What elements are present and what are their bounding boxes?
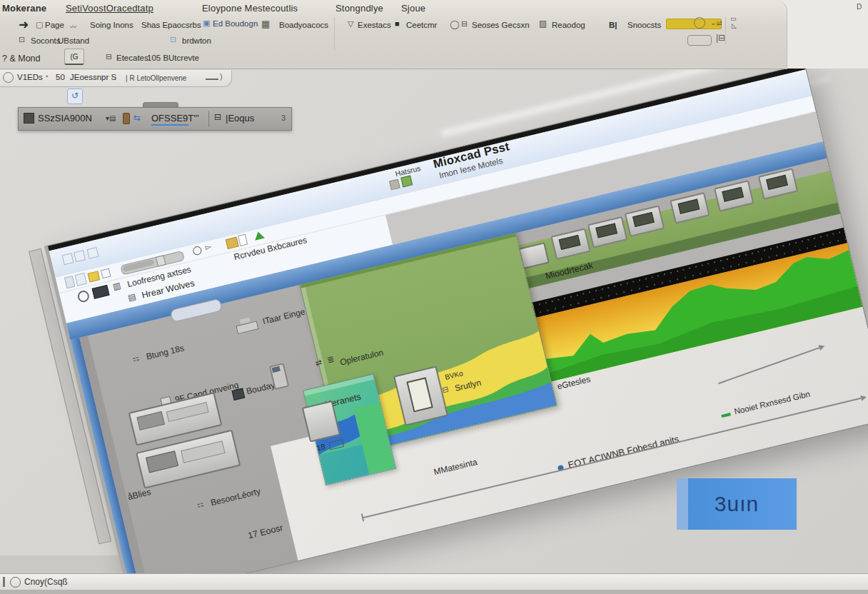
toolbar3-name[interactable]: SSzSIA900N	[38, 113, 92, 124]
list-box-icon[interactable]: |⊟	[716, 33, 725, 43]
blue-underline	[151, 124, 188, 126]
slider-fill	[123, 259, 155, 272]
ribbon-soing-button[interactable]: Soing Inons	[90, 21, 133, 29]
folder-icon[interactable]	[88, 271, 101, 282]
ribbon-reaodog-button[interactable]: Reaodog	[552, 21, 585, 29]
magnifier-icon[interactable]	[192, 246, 202, 256]
swap-arrows-icon[interactable]: ⇆	[133, 113, 141, 123]
tool-icon[interactable]	[64, 276, 75, 288]
toolbar3-eoqus[interactable]: |Eoqus	[226, 113, 254, 124]
ribbon-butcrevte-label: 105 BUtcrevte	[147, 54, 199, 62]
ribbon-etecates-button[interactable]: Etecates	[116, 54, 148, 62]
arrow-icon[interactable]: ➜	[19, 17, 29, 32]
ribbon: Mokerane SetiVoostOracedtatp Eloypone Me…	[0, 0, 868, 69]
small-caret-icon[interactable]: ⌄⊿	[710, 19, 722, 26]
toolbar3-ofsse[interactable]: OFSSE9T'''	[151, 113, 199, 124]
ribbon-soconts-button[interactable]: Soconts	[31, 36, 61, 45]
flag-icon[interactable]: ▭	[730, 15, 737, 22]
box-lines-icon: ⊟	[461, 19, 468, 29]
grid-box-icon[interactable]	[24, 113, 34, 124]
triangle-icon[interactable]: ◺	[732, 22, 737, 29]
ribbon-brdwton-button[interactable]: brdwton	[182, 36, 211, 45]
menu-item[interactable]: Sjoue	[401, 3, 425, 14]
tool-icon[interactable]	[101, 268, 111, 278]
menu-item[interactable]: Mokerane	[2, 3, 46, 14]
table-icon[interactable]: ▤	[127, 291, 137, 303]
green-chip-icon	[400, 176, 413, 188]
g-button-label: (G	[70, 53, 78, 61]
toolbar3-divider	[208, 111, 209, 127]
ribbon-ceetcmr-button[interactable]: Ceetcmr	[406, 21, 437, 29]
floating-toolbar: SSzSIA900N ▾▤ ⇆ OFSSE9T''' ⊟ |Eoqus 3	[18, 107, 292, 131]
ribbon-divider	[334, 17, 335, 50]
ribbon-seoses-button[interactable]: Seoses Gecsxn	[472, 21, 530, 29]
corner-glyph: D	[857, 3, 862, 11]
paren-mark: )	[220, 72, 223, 81]
titlebar-icon[interactable]	[87, 247, 99, 259]
tool-icon[interactable]	[75, 273, 87, 286]
list-icon: ⚏	[196, 499, 205, 510]
itaar-label[interactable]: ITaar Einge	[261, 306, 306, 326]
num-label: 50	[56, 73, 65, 81]
taskbar[interactable]: Cnoy(Csqß	[0, 573, 868, 590]
menu-item[interactable]: Stongndlye	[335, 3, 383, 14]
btung-label[interactable]: Btung 18s	[145, 343, 185, 361]
titlebar-icon[interactable]	[62, 253, 74, 265]
ribbon-snoocsts-button[interactable]: Snoocsts	[627, 21, 661, 29]
small-square-icon: ▪	[46, 72, 49, 80]
page-icon[interactable]	[238, 234, 248, 246]
ribbon-page-button[interactable]: Page	[45, 21, 64, 29]
box-lines-icon[interactable]: ⊟	[214, 112, 221, 122]
tile-icon[interactable]: ▥	[111, 281, 121, 292]
slider-knob[interactable]	[156, 255, 166, 266]
screen-icon[interactable]	[92, 285, 110, 299]
refresh-chip-icon[interactable]: ↺	[67, 89, 83, 104]
ablies-label: åBlies	[127, 487, 152, 502]
ribbon-exestacs-button[interactable]: Exestacs	[358, 21, 391, 29]
checkbox-icon[interactable]: ⊡	[19, 35, 25, 44]
g-button[interactable]: (G	[64, 49, 84, 65]
gray-chip-icon	[389, 179, 400, 191]
run-button-label: 3uın	[715, 492, 759, 516]
list-icon: ⚏	[131, 353, 141, 363]
eoosr-label: 17 Eoosr	[247, 523, 284, 540]
rotate-icon[interactable]	[694, 17, 705, 29]
ribbon-mond-label[interactable]: ? & Mond	[2, 54, 41, 64]
ribbon-boady-button[interactable]: Boadyoacocs	[279, 21, 328, 29]
target-icon[interactable]	[3, 72, 14, 83]
titlebar-icon[interactable]	[74, 250, 86, 262]
green-triangle-icon[interactable]	[253, 231, 265, 241]
besoor-label[interactable]: BesoorLéorty	[210, 486, 262, 508]
ribbon-shas-button[interactable]: Shas Epaocsrbs	[141, 21, 201, 29]
taskbar-substrip	[0, 590, 868, 594]
dark-tile-icon: ▨	[539, 19, 547, 29]
pill-outline-icon[interactable]	[687, 35, 712, 46]
page-icon: ▢	[36, 20, 43, 29]
grid-icon[interactable]: ▦	[261, 19, 270, 29]
dropdown-caret-icon[interactable]: ▾▤	[106, 114, 116, 122]
taskbar-divider	[3, 577, 5, 587]
checkbox-icon[interactable]: ⊡	[170, 35, 176, 44]
ribbon-bi-button[interactable]: B|	[609, 21, 617, 29]
taskbar-status: Cnoy(Csqß	[24, 577, 68, 587]
joessnpr-label[interactable]: JEoessnpr S	[70, 73, 116, 81]
menu-item[interactable]: SetiVoostOracedtatp	[66, 3, 153, 14]
ribbon-ubstand-button[interactable]: UBstand	[58, 36, 89, 45]
vieds-label[interactable]: V1EDs	[17, 73, 43, 81]
menu-item[interactable]: Eloypone Mestecoutlis	[202, 3, 298, 14]
run-button[interactable]: 3uın	[677, 478, 797, 530]
play-icon[interactable]: ▻	[204, 242, 212, 253]
cylinder-icon[interactable]	[123, 113, 130, 124]
underline-mark	[206, 79, 218, 80]
clock-icon[interactable]	[76, 289, 90, 303]
folder-icon[interactable]	[226, 237, 239, 249]
ed-boudogn-icon: ▣	[203, 19, 210, 28]
ribbon-ed-boudogn-button[interactable]: Ed Boudogn	[213, 19, 258, 28]
quick-toolbar: V1EDs ▪ 50 JEoessnpr S | R LetoOllpenven…	[0, 70, 232, 87]
tilde-icon: 〰	[70, 22, 76, 31]
toolbar3-three: 3	[281, 114, 286, 122]
square-icon: ■	[395, 19, 400, 28]
box-lines-icon: ⊟	[106, 52, 112, 61]
circle-icon: ◯	[450, 19, 459, 29]
printer-icon	[235, 316, 259, 335]
